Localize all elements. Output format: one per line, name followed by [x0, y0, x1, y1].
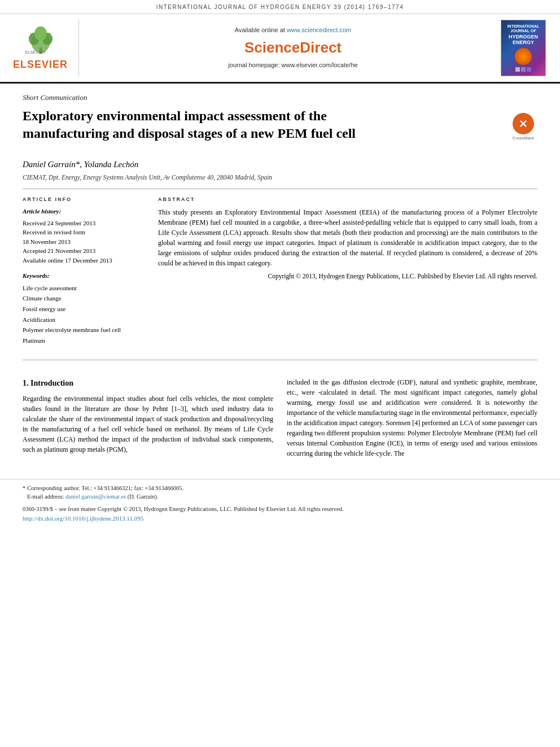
svg-text:ELSEVIER: ELSEVIER — [25, 50, 45, 55]
introduction-title: 1. Introduction — [23, 377, 273, 389]
email-link[interactable]: daniel.garrain@ciemat.es — [65, 493, 126, 500]
article-info-column: Article Info Article history: Received 2… — [23, 196, 147, 346]
elsevier-tree-icon: ELSEVIER — [21, 24, 60, 55]
cover-graphic — [515, 48, 532, 65]
info-abstract-row: Article Info Article history: Received 2… — [23, 196, 537, 346]
introduction-two-col: 1. Introduction Regarding the environmen… — [23, 377, 537, 458]
introduction-section: 1. Introduction Regarding the environmen… — [23, 377, 537, 458]
journal-cover-thumbnail: International Journal ofHYDROGENENERGY — [498, 20, 549, 76]
elsevier-wordmark: ELSEVIER — [13, 58, 68, 72]
introduction-right-col: included in the gas diffusion electrode … — [287, 377, 537, 458]
doi-link[interactable]: http://dx.doi.org/10.1016/j.ijhydene.201… — [23, 515, 143, 522]
sciencedirect-url[interactable]: www.sciencedirect.com — [287, 27, 351, 33]
keyword-2: Climate change — [23, 293, 147, 304]
footnote-email: E-mail address: daniel.garrain@ciemat.es… — [23, 492, 537, 501]
introduction-left-text: Regarding the environmental impact studi… — [23, 394, 273, 455]
keyword-3: Fossil energy use — [23, 304, 147, 314]
footnote-corresponding: * Corresponding author. Tel.: +34 913466… — [23, 484, 537, 493]
abstract-column: Abstract This study presents an Explorat… — [158, 196, 537, 346]
history-revised-date: 18 November 2013 — [23, 237, 147, 247]
crossmark-badge[interactable]: CrossMark — [509, 113, 537, 141]
cover-title-text: International Journal ofHYDROGENENERGY — [504, 24, 543, 46]
issn-line: 0360-3199/$ – see front matter Copyright… — [23, 505, 537, 514]
article-history-label: Article history: — [23, 207, 147, 216]
history-received: Received 24 September 2013 — [23, 219, 147, 228]
svg-point-4 — [34, 27, 47, 41]
journal-header: ELSEVIER ELSEVIER Available online at ww… — [0, 14, 560, 84]
article-info-label: Article Info — [23, 196, 147, 203]
authors: Daniel Garraín*, Yolanda Lechón — [23, 159, 537, 171]
available-online-text: Available online at www.sciencedirect.co… — [235, 26, 351, 34]
copyright-text: Copyright © 2013, Hydrogen Energy Public… — [158, 272, 537, 281]
crossmark-label: CrossMark — [513, 136, 534, 141]
keywords-label: Keywords: — [23, 272, 147, 280]
divider-2 — [23, 360, 537, 360]
abstract-label: Abstract — [158, 196, 537, 203]
journal-header-bar: International Journal of Hydrogen Energy… — [0, 0, 560, 14]
article-title: Exploratory environmental impact assessm… — [23, 107, 406, 142]
elsevier-logo: ELSEVIER ELSEVIER — [11, 20, 79, 76]
divider-1 — [23, 189, 537, 189]
header-center: Available online at www.sciencedirect.co… — [88, 20, 498, 76]
introduction-left-col: 1. Introduction Regarding the environmen… — [23, 377, 273, 458]
crossmark-icon — [517, 117, 530, 130]
keyword-5: Polymer electrolyte membrane fuel cell — [23, 325, 147, 335]
doi-line: http://dx.doi.org/10.1016/j.ijhydene.201… — [23, 514, 537, 523]
affiliation: CIEMAT, Dpt. Energy, Energy Systems Anal… — [23, 173, 537, 182]
title-crossmark-row: Exploratory environmental impact assessm… — [23, 107, 537, 151]
keyword-4: Acidification — [23, 314, 147, 325]
keyword-1: Life cycle assessment — [23, 283, 147, 294]
history-accepted: Accepted 21 November 2013 — [23, 246, 147, 256]
history-revised-label: Received in revised form — [23, 228, 147, 237]
footer: * Corresponding author. Tel.: +34 913466… — [0, 479, 560, 528]
sciencedirect-logo: ScienceDirect — [244, 37, 342, 58]
journal-homepage: journal homepage: www.elsevier.com/locat… — [228, 61, 357, 69]
keyword-6: Platinum — [23, 335, 147, 346]
history-available: Available online 17 December 2013 — [23, 256, 147, 265]
abstract-text: This study presents an Exploratory Envir… — [158, 207, 537, 268]
article-type: Short Communication — [23, 93, 537, 103]
main-content: Short Communication Exploratory environm… — [0, 84, 560, 468]
